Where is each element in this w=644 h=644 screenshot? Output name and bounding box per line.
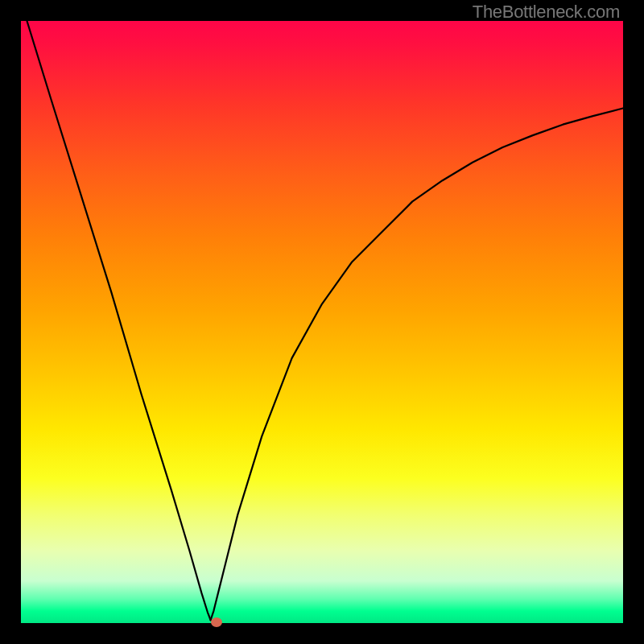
plot-area (21, 21, 623, 623)
curve-svg (21, 21, 623, 623)
watermark-text: TheBottleneck.com (473, 2, 620, 23)
curve-left-branch (27, 21, 210, 620)
chart-frame: TheBottleneck.com (0, 0, 644, 644)
curve-right-branch (211, 108, 623, 620)
minimum-marker (211, 617, 222, 627)
